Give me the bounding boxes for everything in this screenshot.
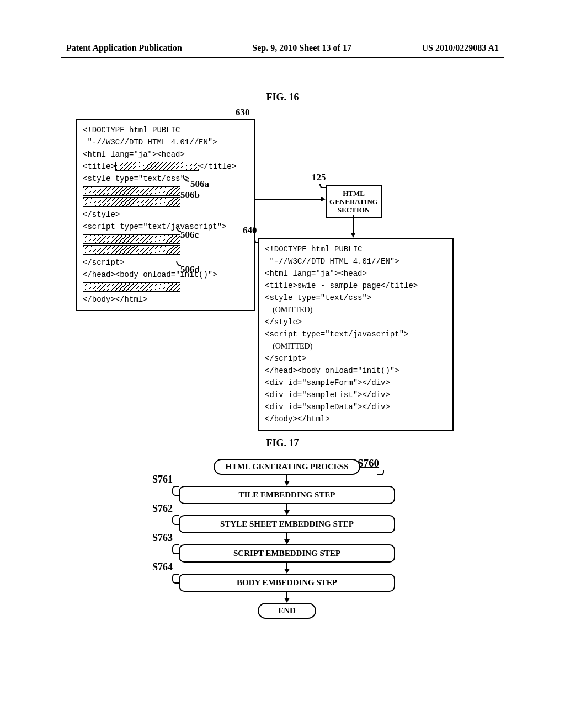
hatch-row xyxy=(83,234,180,244)
hook-s762 xyxy=(172,515,179,525)
code-line: <title>swie - sample page</title> xyxy=(265,280,447,292)
code-line: <!DOCTYPE html PUBLIC xyxy=(83,124,248,136)
label-s764: S764 xyxy=(152,561,173,573)
code-line: </body></html> xyxy=(265,413,447,425)
flow-start: HTML GENERATING PROCESS xyxy=(214,459,360,475)
arrow-630-to-box xyxy=(254,197,327,201)
step-tile-embedding: TILE EMBEDDING STEP xyxy=(179,486,395,504)
code-line: </scr​ipt> xyxy=(265,352,447,365)
box-line1: HTML xyxy=(327,189,381,197)
hatch-506b xyxy=(83,197,180,207)
svg-marker-3 xyxy=(351,233,355,238)
code-line: <div id="sampleForm"></div> xyxy=(265,377,447,389)
code-line: <script type="text/javascript"> xyxy=(83,221,248,233)
ref-125: 125 xyxy=(312,172,326,183)
hook-506d xyxy=(174,260,185,268)
code-line: "-//W3C//DTD HTML 4.01//EN"> xyxy=(265,255,447,267)
code-line: (OMITTED) xyxy=(273,340,447,352)
label-s763: S763 xyxy=(152,532,173,544)
flow-end: END xyxy=(258,603,316,619)
ref-640: 640 xyxy=(243,225,257,236)
arrow-box-to-640 xyxy=(350,215,356,239)
hook-506a xyxy=(179,175,196,185)
step-script-embedding: SCRIPT EMBEDDING STEP xyxy=(179,544,395,563)
header-right: US 2010/0229083 A1 xyxy=(422,43,499,53)
code-line: <div id="sampleData"></div> xyxy=(265,401,447,413)
code-line: (OMITTED) xyxy=(273,304,447,316)
hook-s763 xyxy=(172,544,179,554)
flowchart: HTML GENERATING PROCESS S761 TILE EMBEDD… xyxy=(154,459,419,619)
hatch-506d xyxy=(83,282,180,292)
code-line: <title></title> xyxy=(83,160,248,173)
code-line: "-//W3C//DTD HTML 4.01//EN"> xyxy=(83,136,248,148)
html-generating-section-box: HTML GENERATING SECTION xyxy=(326,185,382,218)
label-s761: S761 xyxy=(152,474,173,485)
code-line: </scr​ipt> xyxy=(83,256,248,269)
step-stylesheet-embedding: STYLE SHEET EMBEDDING STEP xyxy=(179,515,395,533)
hook-506c xyxy=(174,226,185,234)
code-line: </head><body onload="init()"> xyxy=(265,365,447,377)
code-line: </head><body onload="init()"> xyxy=(83,269,248,281)
code-line: <div id="sampleList"></div> xyxy=(265,389,447,401)
code-box-640: <!DOCTYPE html PUBLIC "-//W3C//DTD HTML … xyxy=(258,238,454,431)
code-line: </style> xyxy=(83,208,248,221)
code-line: </style> xyxy=(265,316,447,328)
fig16-title: FIG. 16 xyxy=(249,92,316,103)
header-left: Patent Application Publication xyxy=(66,43,182,53)
fig17-title: FIG. 17 xyxy=(249,437,316,449)
label-s762: S762 xyxy=(152,503,173,515)
box-line3: SECTION xyxy=(327,206,381,214)
code-box-630: <!DOCTYPE html PUBLIC "-//W3C//DTD HTML … xyxy=(76,119,255,311)
code-line: </body></html> xyxy=(83,293,248,306)
header-center: Sep. 9, 2010 Sheet 13 of 17 xyxy=(252,43,351,53)
hatch-506c xyxy=(83,245,180,255)
code-line: <html lang="ja"><head> xyxy=(265,267,447,280)
ref-506b: 506b xyxy=(180,190,200,201)
code-line: <script type="text/javascript"> xyxy=(265,328,447,340)
step-body-embedding: BODY EMBEDDING STEP xyxy=(179,574,395,592)
hook-s764 xyxy=(172,574,179,584)
box-line2: GENERATING xyxy=(327,197,381,206)
code-line: <style type="text/css"> xyxy=(265,292,447,304)
code-line: <style type="text/css"> xyxy=(83,173,248,185)
page-header: Patent Application Publication Sep. 9, 2… xyxy=(66,43,499,53)
ref-630: 630 xyxy=(236,107,250,118)
hook-s761 xyxy=(172,486,179,496)
code-line: <html lang="ja"><head> xyxy=(83,148,248,160)
hatch-506a xyxy=(83,186,180,196)
svg-marker-1 xyxy=(321,197,326,201)
header-rule xyxy=(61,57,504,58)
code-line: <!DOCTYPE html PUBLIC xyxy=(265,243,447,255)
